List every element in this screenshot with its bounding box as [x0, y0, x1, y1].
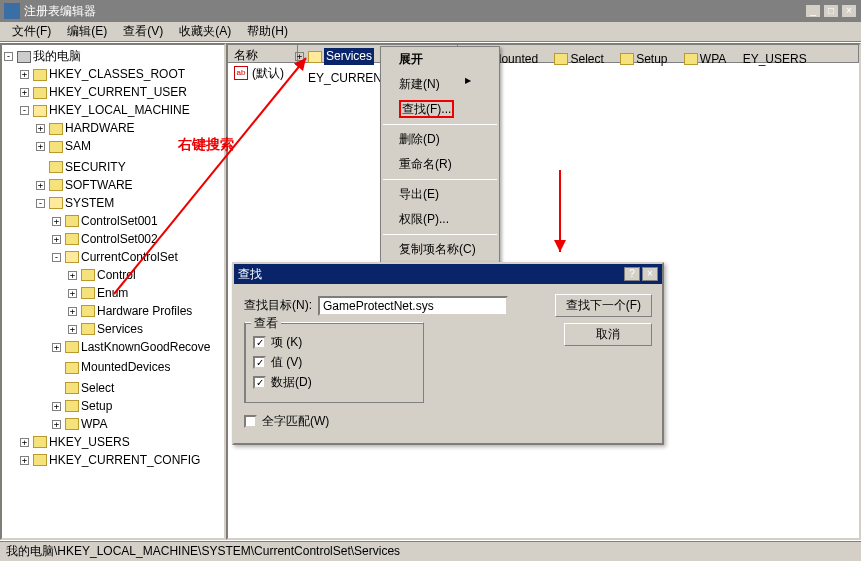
folder-icon: [33, 454, 47, 466]
menu-file[interactable]: 文件(F): [4, 21, 59, 42]
window-titlebar: 注册表编辑器 _ □ ×: [0, 0, 861, 22]
tree-label: SYSTEM: [65, 195, 114, 212]
find-dialog-title: 查找: [238, 266, 262, 283]
overlay-node: EY_USERS: [743, 51, 807, 68]
find-close-button[interactable]: ×: [642, 267, 658, 281]
folder-icon: [33, 105, 47, 117]
folder-icon: [49, 161, 63, 173]
chk-keys[interactable]: ✓项 (K): [253, 334, 415, 351]
statusbar-path: 我的电脑\HKEY_LOCAL_MACHINE\SYSTEM\CurrentCo…: [6, 543, 400, 560]
folder-icon: [684, 53, 698, 65]
tree-node-ccs002[interactable]: +ControlSet002: [52, 231, 158, 248]
tree-label: Setup: [81, 398, 112, 415]
tree-node-system[interactable]: -SYSTEM: [36, 195, 114, 212]
tree-node-hwprofiles[interactable]: +Hardware Profiles: [68, 303, 192, 320]
lookat-group-label: 查看: [251, 315, 281, 332]
tree-node-hardware[interactable]: +HARDWARE: [36, 120, 135, 137]
tree-node-hkcu[interactable]: +HKEY_CURRENT_USER: [20, 84, 187, 101]
tree-label: SECURITY: [65, 159, 126, 176]
tree-label: HKEY_CURRENT_USER: [49, 84, 187, 101]
folder-icon: [33, 69, 47, 81]
cm-export[interactable]: 导出(E): [381, 182, 499, 207]
chk-values[interactable]: ✓值 (V): [253, 354, 415, 371]
tree-label: WPA: [81, 416, 107, 433]
folder-icon: [65, 251, 79, 263]
tree-label: Hardware Profiles: [97, 303, 192, 320]
tree-label: HARDWARE: [65, 120, 135, 137]
tree-label: LastKnownGoodRecove: [81, 339, 210, 356]
overlay-node-services[interactable]: Services: [324, 48, 374, 65]
tree-label: HKEY_CURRENT_CONFIG: [49, 452, 200, 469]
tree-label: ControlSet001: [81, 213, 158, 230]
overlay-node: Select: [570, 51, 603, 68]
maximize-button[interactable]: □: [823, 4, 839, 18]
tree-label: ControlSet002: [81, 231, 158, 248]
tree-node-services[interactable]: +Services: [68, 321, 143, 338]
tree-node-lastknown[interactable]: +LastKnownGoodRecove: [52, 339, 210, 356]
tree-label: Services: [97, 321, 143, 338]
folder-icon: [81, 323, 95, 335]
tree-node-security[interactable]: SECURITY: [36, 159, 126, 176]
menu-edit[interactable]: 编辑(E): [59, 21, 115, 42]
col-name[interactable]: 名称: [228, 45, 298, 62]
tree-node-wpa[interactable]: +WPA: [52, 416, 107, 433]
tree-node-hklm[interactable]: -HKEY_LOCAL_MACHINE: [20, 102, 190, 119]
tree-node-hkcc[interactable]: +HKEY_CURRENT_CONFIG: [20, 452, 200, 469]
tree-node-select[interactable]: Select: [52, 380, 114, 397]
cm-rename[interactable]: 重命名(R): [381, 152, 499, 177]
folder-icon: [49, 141, 63, 153]
cm-copykey[interactable]: 复制项名称(C): [381, 237, 499, 262]
overlay-node: WPA: [700, 51, 726, 68]
find-next-button[interactable]: 查找下一个(F): [555, 294, 652, 317]
tree-label: Control: [97, 267, 136, 284]
cm-delete[interactable]: 删除(D): [381, 127, 499, 152]
tree-label: CurrentControlSet: [81, 249, 178, 266]
window-title: 注册表编辑器: [24, 3, 805, 20]
menu-view[interactable]: 查看(V): [115, 21, 171, 42]
tree-node-hkcr[interactable]: +HKEY_CLASSES_ROOT: [20, 66, 185, 83]
folder-icon: [65, 418, 79, 430]
tree-node-mycomputer[interactable]: -我的电脑: [4, 48, 81, 65]
folder-icon: [65, 215, 79, 227]
folder-icon: [65, 400, 79, 412]
tree-node-hku[interactable]: +HKEY_USERS: [20, 434, 130, 451]
tree-label: 我的电脑: [33, 48, 81, 65]
find-target-input[interactable]: GameProtectNet.sys: [318, 296, 508, 316]
cm-expand[interactable]: 展开: [381, 47, 499, 72]
statusbar: 我的电脑\HKEY_LOCAL_MACHINE\SYSTEM\CurrentCo…: [0, 541, 861, 561]
folder-icon: [620, 53, 634, 65]
context-menu: 展开 新建(N) 查找(F)... 删除(D) 重命名(R) 导出(E) 权限(…: [380, 46, 500, 263]
minimize-button[interactable]: _: [805, 4, 821, 18]
tree-label: SOFTWARE: [65, 177, 133, 194]
close-button[interactable]: ×: [841, 4, 857, 18]
tree-label: MountedDevices: [81, 359, 170, 376]
folder-icon: [33, 436, 47, 448]
cm-new[interactable]: 新建(N): [381, 72, 499, 97]
tree-label: Enum: [97, 285, 128, 302]
cm-permissions[interactable]: 权限(P)...: [381, 207, 499, 232]
tree-node-ccs001[interactable]: +ControlSet001: [52, 213, 158, 230]
tree-node-setup[interactable]: +Setup: [52, 398, 112, 415]
menu-help[interactable]: 帮助(H): [239, 21, 296, 42]
tree-pane[interactable]: -我的电脑 +HKEY_CLASSES_ROOT +HKEY_CURRENT_U…: [0, 43, 226, 540]
overlay-node: Setup: [636, 51, 667, 68]
chk-wholematch[interactable]: 全字匹配(W): [244, 413, 652, 430]
tree-node-software[interactable]: +SOFTWARE: [36, 177, 133, 194]
tree-node-control[interactable]: +Control: [68, 267, 136, 284]
value-name: (默认): [252, 65, 284, 81]
tree-node-currentcontrolset[interactable]: -CurrentControlSet: [52, 249, 178, 266]
find-cancel-button[interactable]: 取消: [564, 323, 652, 346]
folder-icon: [65, 362, 79, 374]
tree-node-enum[interactable]: +Enum: [68, 285, 128, 302]
menu-favorites[interactable]: 收藏夹(A): [171, 21, 239, 42]
chk-data[interactable]: ✓数据(D): [253, 374, 415, 391]
folder-icon: [81, 305, 95, 317]
tree-node-sam[interactable]: +SAM: [36, 138, 91, 155]
find-help-button[interactable]: ?: [624, 267, 640, 281]
tree-label: HKEY_LOCAL_MACHINE: [49, 102, 190, 119]
tree-label: SAM: [65, 138, 91, 155]
find-dialog: 查找 ? × 查找目标(N): GameProtectNet.sys 查找下一个…: [232, 262, 664, 445]
cm-find[interactable]: 查找(F)...: [381, 97, 499, 122]
tree-node-mounteddevices[interactable]: MountedDevices: [52, 359, 170, 376]
folder-icon: [49, 197, 63, 209]
